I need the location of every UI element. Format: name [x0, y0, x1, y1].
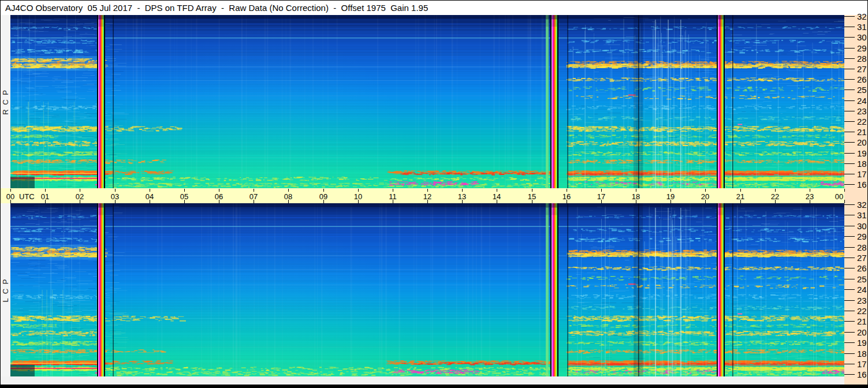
time-tick: [323, 189, 324, 192]
time-tick-label: 14: [493, 192, 501, 201]
freq-tick: [844, 163, 855, 164]
time-tick-label: 10: [354, 192, 362, 201]
time-tick: [497, 189, 497, 192]
time-tick-label: 11: [389, 192, 397, 201]
freq-tick: [844, 111, 855, 111]
freq-tick: [844, 142, 855, 143]
lcp-spectrogram: [10, 203, 844, 376]
time-tick: [810, 189, 810, 192]
rcp-axis-label: R C P: [1, 15, 10, 188]
freq-tick-label: 28: [857, 242, 867, 252]
freq-tick-label: 19: [857, 148, 867, 158]
time-tick: [532, 189, 532, 192]
freq-tick-label: 31: [857, 22, 867, 32]
freq-tick: [844, 321, 855, 322]
freq-tick: [844, 16, 855, 17]
time-tick-label: 19: [666, 192, 675, 201]
time-tick: [184, 189, 185, 192]
freq-tick-label: 29: [857, 43, 867, 53]
time-tick: [219, 189, 219, 192]
time-tick-label: 07: [249, 192, 258, 201]
freq-tick-label: 27: [857, 64, 867, 74]
time-axis-bar: [1, 188, 844, 203]
time-tick: [636, 189, 636, 192]
lcp-label-text: L C P: [1, 278, 10, 302]
freq-tick: [844, 100, 855, 101]
freq-tick-label: 26: [857, 263, 867, 273]
time-tick: [45, 189, 46, 192]
freq-tick-label: 21: [857, 316, 867, 326]
time-tick: [10, 189, 11, 192]
time-tick-label: 05: [180, 192, 188, 201]
freq-tick-label: 21: [857, 127, 867, 137]
freq-tick-label: 23: [857, 106, 867, 116]
time-tick-label: 23: [806, 192, 814, 201]
time-tick-label: 06: [215, 192, 223, 201]
freq-tick: [844, 69, 855, 69]
freq-tick: [844, 342, 855, 343]
freq-tick: [844, 204, 855, 205]
time-tick: [393, 189, 393, 192]
time-tick: [288, 189, 289, 192]
time-tick-label: 00: [835, 192, 843, 201]
time-tick: [254, 189, 254, 192]
time-tick: [462, 189, 463, 192]
freq-tick: [844, 279, 855, 279]
freq-tick: [844, 311, 855, 311]
time-tick-label: 04: [146, 192, 154, 201]
time-tick-label: 00: [6, 192, 14, 201]
freq-tick-label: 30: [857, 32, 867, 42]
time-tick: [705, 189, 706, 192]
freq-tick-label: 30: [857, 221, 867, 231]
utc-label: UTC: [19, 192, 35, 201]
rcp-label-text: R C P: [1, 89, 10, 115]
time-tick: [80, 189, 80, 192]
freq-tick: [844, 289, 855, 290]
time-tick-label: 01: [41, 192, 49, 201]
time-tick-label: 12: [423, 192, 431, 201]
time-tick: [150, 189, 150, 192]
freq-tick-label: 26: [857, 74, 867, 84]
freq-tick-label: 20: [857, 327, 867, 337]
freq-tick: [844, 353, 855, 354]
time-tick-label: 16: [562, 192, 571, 201]
freq-tick-label: 28: [857, 54, 867, 64]
time-tick-label: 22: [771, 192, 779, 201]
freq-tick-label: 18: [857, 159, 867, 169]
freq-tick: [844, 37, 855, 38]
freq-tick: [844, 226, 855, 226]
time-tick-label: 13: [458, 192, 466, 201]
time-tick-label: 02: [76, 192, 84, 201]
freq-tick-label: 23: [857, 296, 867, 305]
freq-tick-label: 29: [857, 232, 867, 241]
freq-tick-label: 24: [857, 285, 867, 294]
time-tick-label: 17: [597, 192, 605, 201]
freq-tick-label: 17: [857, 359, 867, 369]
freq-tick: [844, 332, 855, 333]
freq-tick: [844, 121, 855, 122]
time-tick-label: 15: [528, 192, 536, 201]
freq-tick: [844, 236, 855, 237]
time-tick-label: 21: [736, 192, 744, 201]
freq-tick-label: 25: [857, 274, 867, 284]
freq-tick: [844, 58, 855, 59]
time-tick-label: 09: [319, 192, 327, 201]
freq-tick: [844, 258, 855, 258]
freq-tick: [844, 153, 855, 154]
freq-tick-label: 18: [857, 349, 867, 359]
time-tick: [740, 189, 741, 192]
freq-tick: [844, 132, 855, 132]
lcp-axis-label: L C P: [1, 203, 10, 376]
time-tick: [844, 200, 845, 203]
time-tick: [775, 189, 776, 192]
freq-tick-label: 22: [857, 117, 867, 126]
freq-tick: [844, 300, 855, 301]
freq-tick: [844, 48, 855, 48]
freq-tick: [844, 89, 855, 90]
time-tick: [567, 189, 567, 192]
freq-tick-label: 32: [857, 12, 867, 21]
time-tick: [115, 189, 116, 192]
time-tick: [844, 189, 845, 192]
freq-tick: [844, 215, 855, 215]
freq-tick-label: 24: [857, 96, 867, 106]
